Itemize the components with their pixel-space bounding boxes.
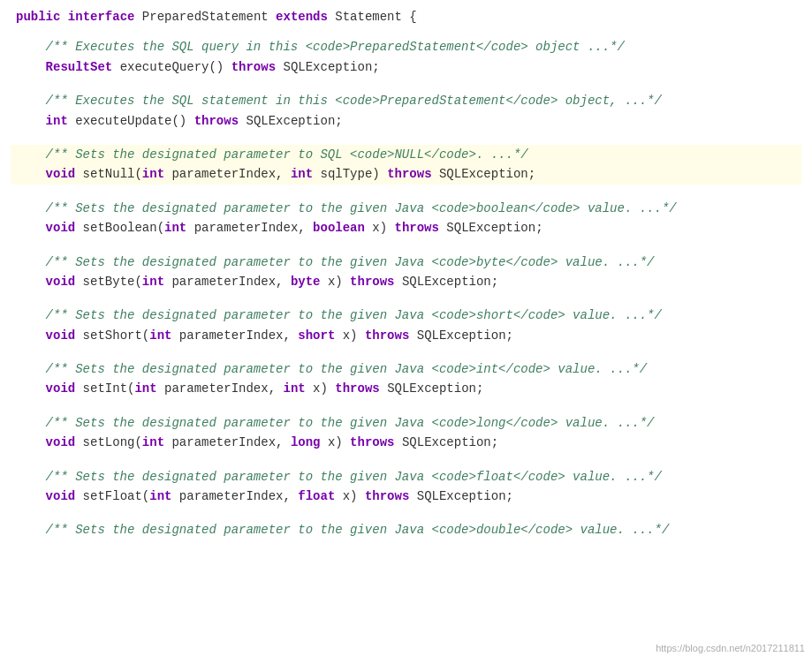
method-set-float: void setFloat(int parameterIndex, float … <box>11 487 801 506</box>
comment-set-double: /** Sets the designated parameter to the… <box>11 520 801 540</box>
section-set-null: /** Sets the designated parameter to SQL… <box>11 145 801 185</box>
method-execute-query: ResultSet executeQuery() throws SQLExcep… <box>11 57 801 77</box>
section-set-boolean: /** Sets the designated parameter to the… <box>11 199 801 238</box>
comment-set-byte: /** Sets the designated parameter to the… <box>11 253 801 272</box>
method-set-null: void setNull(int parameterIndex, int sql… <box>11 164 801 184</box>
section-execute-update: /** Executes the SQL statement in this <… <box>11 91 801 131</box>
comment-set-long: /** Sets the designated parameter to the… <box>11 413 801 433</box>
comment-set-null: /** Sets the designated parameter to SQL… <box>11 145 801 164</box>
section-set-byte: /** Sets the designated parameter to the… <box>11 253 801 292</box>
method-set-boolean: void setBoolean(int parameterIndex, bool… <box>11 218 801 238</box>
section-set-long: /** Sets the designated parameter to the… <box>11 413 801 453</box>
method-set-short: void setShort(int parameterIndex, short … <box>11 326 801 345</box>
section-set-double: /** Sets the designated parameter to the… <box>11 520 801 540</box>
code-viewer: public interface PreparedStatement exten… <box>0 0 812 664</box>
method-execute-update: int executeUpdate() throws SQLException; <box>11 111 801 131</box>
section-set-int: /** Sets the designated parameter to the… <box>11 359 801 399</box>
method-set-long: void setLong(int parameterIndex, long x)… <box>11 433 801 452</box>
method-set-byte: void setByte(int parameterIndex, byte x)… <box>11 272 801 291</box>
comment-execute-query: /** Executes the SQL query in this <code… <box>11 37 801 57</box>
code-content: public interface PreparedStatement exten… <box>0 7 812 540</box>
section-set-float: /** Sets the designated parameter to the… <box>11 467 801 507</box>
method-set-int: void setInt(int parameterIndex, int x) t… <box>11 379 801 398</box>
section-set-short: /** Sets the designated parameter to the… <box>11 306 801 345</box>
comment-set-short: /** Sets the designated parameter to the… <box>11 306 801 325</box>
section-execute-query: /** Executes the SQL query in this <code… <box>11 37 801 77</box>
comment-execute-update: /** Executes the SQL statement in this <… <box>11 91 801 110</box>
comment-set-boolean: /** Sets the designated parameter to the… <box>11 199 801 218</box>
comment-set-float: /** Sets the designated parameter to the… <box>11 467 801 487</box>
comment-set-int: /** Sets the designated parameter to the… <box>11 359 801 379</box>
interface-decl-line: public interface PreparedStatement exten… <box>11 7 801 26</box>
watermark: https://blog.csdn.net/n2017211811 <box>656 641 805 657</box>
